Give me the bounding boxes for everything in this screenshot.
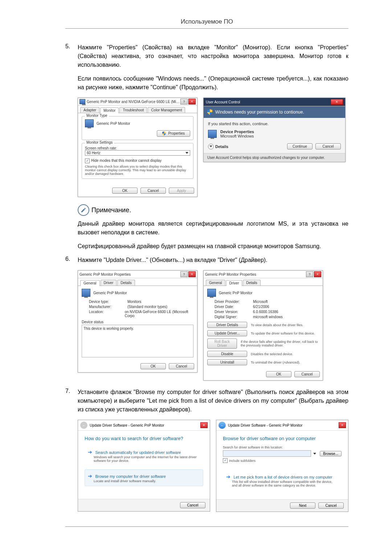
tab-driver[interactable]: Driver (101, 280, 117, 286)
uac-headline: Windows needs your permission to contion… (215, 110, 304, 115)
uac-details[interactable]: Details (215, 144, 228, 149)
next-button[interactable]: Next (290, 502, 315, 509)
close-button[interactable]: ✕ (200, 422, 208, 428)
uninstall-button[interactable]: Uninstall (207, 359, 247, 365)
roll-back-desc: If the device fails after updating the d… (241, 340, 319, 347)
wizard-title: Update Driver Software - Generic PnP Mon… (90, 423, 198, 427)
monitor-name: Generic PnP Monitor (219, 291, 253, 295)
continue-button[interactable]: Continue (287, 143, 313, 149)
cancel-button[interactable]: Cancel (318, 502, 344, 509)
close-button[interactable]: ✕ (188, 271, 196, 277)
disable-button[interactable]: Disable (207, 351, 247, 357)
help-button[interactable]: ? (180, 99, 188, 104)
update-driver-wizard-search: ← Update Driver Software - Generic PnP M… (78, 420, 210, 512)
location-value: on NVIDIA GeForce 6600 LE (Microsoft Cor… (124, 310, 193, 318)
manufacturer-key: Manufacturer: (89, 305, 125, 309)
cancel-button[interactable]: Cancel (180, 502, 205, 508)
close-button[interactable]: ✕ (339, 422, 346, 428)
digital-signer-value: microsoft windows (253, 315, 283, 319)
tab-details[interactable]: Details (117, 280, 135, 286)
cancel-button[interactable]: Cancel (315, 143, 341, 149)
tab-driver[interactable]: Driver (226, 280, 242, 286)
driver-provider-value: Microsoft (253, 300, 268, 304)
dialog-title: Generic PnP Monitor and NVIDIA GeForce 6… (87, 100, 180, 104)
apply-button[interactable]: Apply (169, 188, 194, 194)
driver-date-key: Driver Date: (215, 305, 251, 309)
help-button[interactable]: ? (180, 271, 188, 277)
tab-general[interactable]: General (80, 280, 100, 286)
device-type-key: Device type: (89, 300, 125, 304)
search-location-input[interactable] (223, 450, 311, 457)
device-type-value: Monitors (127, 300, 141, 304)
device-status-text: This device is working properly. (83, 327, 134, 331)
uac-foot-hint: User Account Control helps stop unauthor… (204, 153, 345, 162)
cancel-button[interactable]: Cancel (169, 363, 194, 369)
nav-back-button[interactable]: ← (80, 422, 87, 429)
monitor-icon (82, 289, 90, 297)
step-6-number: 6. (65, 256, 78, 264)
uninstall-desc: To uninstall the driver (Advanced). (251, 361, 300, 364)
step-5-text-1: Нажмите "Properties" (Свойства) на вклад… (78, 43, 348, 69)
monitor-icon (79, 99, 85, 104)
step-7-number: 7. (65, 388, 78, 414)
figure-row-2: Generic PnP Monitor Properties ? ✕ Gener… (78, 270, 348, 381)
tab-general[interactable]: General (206, 280, 225, 286)
driver-details-button[interactable]: Driver Details (207, 322, 247, 328)
chevron-down-icon[interactable] (208, 144, 214, 149)
close-button[interactable]: ✕ (331, 99, 343, 105)
tab-details[interactable]: Details (243, 280, 261, 286)
let-me-pick-option[interactable]: ➔ Let me pick from a list of device driv… (223, 470, 342, 491)
tab-monitor[interactable]: Monitor (100, 107, 119, 113)
hide-modes-checkbox[interactable] (85, 159, 90, 163)
device-props-general-dialog: Generic PnP Monitor Properties ? ✕ Gener… (78, 270, 197, 373)
properties-button[interactable]: Properties (157, 130, 190, 137)
option-title: Let me pick from a list of device driver… (233, 475, 332, 479)
search-automatically-option[interactable]: ➔ Search automatically for updated drive… (85, 446, 203, 466)
close-button[interactable]: ✕ (314, 271, 321, 277)
tab-color-management[interactable]: Color Management (148, 107, 185, 113)
ok-button[interactable]: OK (112, 188, 138, 194)
display-properties-dialog: Generic PnP Monitor and NVIDIA GeForce 6… (78, 98, 197, 197)
help-button[interactable]: ? (306, 271, 313, 277)
nav-back-button[interactable]: ← (219, 422, 226, 429)
browse-button[interactable]: Browse... (320, 451, 342, 456)
arrow-icon: ➔ (226, 474, 230, 480)
driver-date-value: 6/21/2006 (253, 305, 269, 309)
close-button[interactable]: ✕ (188, 99, 196, 104)
include-subfolders-checkbox[interactable] (223, 458, 228, 463)
wizard-title: Update Driver Software - Generic PnP Mon… (228, 423, 336, 427)
device-props-driver-dialog: Generic PnP Monitor Properties ? ✕ Gener… (203, 270, 323, 381)
driver-details-desc: To view details about the driver files. (251, 323, 303, 327)
note-title: Примечание. (91, 206, 131, 214)
monitor-type-label: Monitor Type (85, 114, 109, 118)
uac-subtext: If you started this action, continue. (208, 122, 341, 126)
driver-version-value: 6.0.6000.16386 (253, 310, 278, 314)
refresh-rate-select[interactable]: 60 Hertz (85, 150, 190, 156)
step-7-text: Установите флажок "Browse my computer fo… (78, 388, 348, 414)
hide-modes-label: Hide modes that this monitor cannot disp… (91, 159, 162, 163)
digital-signer-key: Digital Signer: (215, 315, 251, 319)
chevron-down-icon[interactable] (313, 453, 316, 455)
option-description: Windows will search your computer and th… (94, 455, 200, 463)
option-title: Browse my computer for driver software (95, 474, 166, 479)
monitor-icon (207, 289, 216, 297)
update-driver-wizard-browse: ← Update Driver Software - Generic PnP M… (216, 420, 348, 512)
figure-row-1: Generic PnP Monitor and NVIDIA GeForce 6… (78, 98, 348, 197)
ok-button[interactable]: OK (140, 363, 166, 369)
update-driver-button[interactable]: Update Driver... (207, 330, 247, 336)
roll-back-button[interactable]: Roll Back Driver (207, 338, 237, 349)
step-6-text: Нажмите "Update Driver..." (Обновить...)… (78, 256, 348, 264)
note-paragraph-2: Сертифицированный драйвер будет размещен… (78, 242, 348, 251)
tab-adapter[interactable]: Adapter (80, 107, 99, 113)
cancel-button[interactable]: Cancel (140, 188, 166, 194)
option-description: This list will show installed driver sof… (232, 480, 338, 487)
wizard-heading: Browse for driver software on your compu… (223, 436, 342, 441)
browse-computer-option[interactable]: ➔ Browse my computer for driver software… (85, 469, 203, 486)
ok-button[interactable]: OK (266, 371, 291, 377)
tab-troubleshoot[interactable]: Troubleshoot (119, 107, 147, 113)
include-subfolders-label: Include subfolders (229, 459, 256, 463)
figure-row-3: ← Update Driver Software - Generic PnP M… (78, 420, 348, 512)
page-footer-rule (65, 526, 348, 527)
update-driver-desc: To update the driver software for this d… (251, 332, 315, 335)
cancel-button[interactable]: Cancel (294, 371, 320, 377)
